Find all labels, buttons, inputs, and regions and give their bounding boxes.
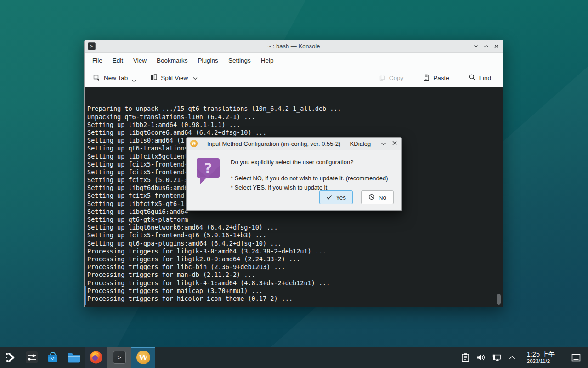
new-tab-button[interactable]: New Tab	[89, 69, 140, 87]
dialog-option-yes: * Select YES, if you wish to update it.	[231, 184, 394, 191]
terminal-line: Processing triggers for mailcap (3.70+nm…	[87, 287, 503, 295]
kdialog-task[interactable]: W	[131, 347, 155, 368]
no-button[interactable]: No	[361, 190, 394, 204]
terminal-line: Processing triggers for libgtk2.0-0:amd6…	[87, 255, 503, 263]
menu-plugins[interactable]: Plugins	[193, 55, 223, 66]
show-desktop-button[interactable]	[571, 353, 581, 362]
terminal-line: Unpacking qt6-translations-l10n (6.4.2-1…	[87, 113, 503, 121]
copy-label: Copy	[389, 75, 404, 81]
maximize-button[interactable]	[483, 43, 489, 49]
chevron-down-icon	[132, 77, 136, 84]
konsole-titlebar[interactable]: > ~ : bash — Konsole	[85, 40, 503, 53]
window-title: ~ : bash — Konsole	[85, 43, 503, 50]
terminal-line: Processing triggers for libgtk-3-0:amd64…	[87, 247, 503, 255]
menu-file[interactable]: File	[87, 55, 107, 66]
terminal-line: Processing triggers for libgtk-4-1:amd64…	[87, 279, 503, 287]
terminal-line: Setting up libb2-1:amd64 (0.98.1-1.1) ..…	[87, 121, 503, 129]
kdialog-window: W Input Method Configuration (im-config,…	[186, 137, 402, 211]
menu-bookmarks[interactable]: Bookmarks	[152, 55, 193, 66]
clipboard-icon[interactable]	[461, 353, 470, 362]
terminal-line: Setting up qt6-qpa-plugins:amd64 (6.4.2+…	[87, 240, 503, 247]
clock-time: 1:25 上午	[527, 351, 555, 358]
firefox-icon	[89, 351, 103, 364]
terminal-line: Setting up qt6-gtk-platform	[87, 216, 503, 224]
dolphin-launcher[interactable]	[63, 347, 85, 368]
kdialog-titlebar[interactable]: W Input Method Configuration (im-config,…	[187, 138, 401, 150]
dialog-option-no: * Select NO, if you do not wish to updat…	[231, 175, 394, 182]
digital-clock[interactable]: 1:25 上午 2023/11/2	[527, 351, 555, 364]
new-tab-icon	[93, 73, 101, 82]
terminal-line: Setting up fcitx5-frontend-qt6 (5.0.16-1…	[87, 231, 503, 239]
paste-icon	[423, 74, 430, 82]
yes-label: Yes	[336, 194, 346, 201]
expand-tray-chevron-up-icon[interactable]	[508, 353, 517, 362]
question-icon: ?	[195, 157, 221, 191]
terminal-line: Processing triggers for libc-bin (2.36-9…	[87, 263, 503, 271]
network-icon[interactable]	[492, 353, 501, 362]
chevron-down-icon	[193, 75, 198, 81]
discover-bag-icon	[46, 351, 59, 364]
new-output-marker	[85, 286, 86, 305]
copy-icon	[379, 74, 386, 82]
split-view-button[interactable]: Split View	[146, 70, 201, 86]
plasma-kickoff-icon	[5, 351, 17, 363]
split-view-label: Split View	[161, 75, 188, 81]
terminal-line: Preparing to unpack .../15-qt6-translati…	[87, 105, 503, 113]
close-icon[interactable]	[392, 139, 397, 148]
system-tray: 1:25 上午 2023/11/2	[461, 351, 588, 364]
new-tab-label: New Tab	[104, 75, 128, 81]
terminal-line: Processing triggers for man-db (2.11.2-2…	[87, 271, 503, 279]
terminal-line: Setting up libqt6core6:amd64 (6.4.2+dfsg…	[87, 129, 503, 137]
no-label: No	[379, 194, 386, 201]
system-settings-launcher[interactable]	[21, 347, 42, 368]
discover-launcher[interactable]	[42, 347, 63, 368]
konsole-task[interactable]: >	[107, 347, 131, 368]
clock-date: 2023/11/2	[527, 358, 555, 364]
prohibition-icon	[368, 194, 375, 201]
im-config-icon: W	[190, 140, 198, 147]
folder-icon	[67, 351, 81, 363]
menu-edit[interactable]: Edit	[107, 55, 128, 66]
yes-button[interactable]: Yes	[319, 190, 353, 204]
split-view-icon	[150, 73, 158, 82]
close-button[interactable]	[493, 43, 499, 49]
svg-text:?: ?	[204, 160, 212, 176]
konsole-icon: >	[113, 351, 126, 364]
taskbar: > W 1:25 上午 2023/11/2	[0, 347, 588, 368]
firefox-task[interactable]	[85, 347, 107, 368]
menu-help[interactable]: Help	[256, 55, 279, 66]
menu-view[interactable]: View	[128, 55, 152, 66]
find-label: Find	[479, 75, 491, 81]
kdialog-title: Input Method Configuration (im-config, v…	[200, 140, 378, 147]
settings-sliders-icon	[25, 351, 38, 364]
konsole-app-icon: >	[88, 42, 96, 50]
terminal-line: Processing triggers for hicolor-icon-the…	[87, 295, 503, 303]
menu-settings[interactable]: Settings	[223, 55, 256, 66]
paste-button[interactable]: Paste	[419, 70, 453, 86]
konsole-toolbar: New Tab Split View	[85, 68, 503, 87]
find-button[interactable]: Find	[465, 70, 495, 86]
desktop: > ~ : bash — Konsole File Edit View Book…	[0, 0, 588, 368]
dialog-question: Do you explicitly select the user config…	[231, 159, 394, 166]
paste-label: Paste	[433, 75, 449, 81]
copy-button: Copy	[375, 70, 407, 86]
more-actions-icon[interactable]	[381, 139, 386, 148]
volume-icon[interactable]	[476, 353, 486, 362]
app-launcher-button[interactable]	[0, 347, 21, 368]
minimize-button[interactable]	[473, 43, 479, 49]
terminal-line: Setting up libqt6network6:amd64 (6.4.2+d…	[87, 224, 503, 231]
im-config-icon: W	[136, 351, 150, 364]
terminal-scrollbar[interactable]	[497, 294, 501, 305]
search-icon	[469, 74, 476, 82]
checkmark-icon	[326, 194, 332, 201]
konsole-menubar: File Edit View Bookmarks Plugins Setting…	[85, 53, 503, 68]
